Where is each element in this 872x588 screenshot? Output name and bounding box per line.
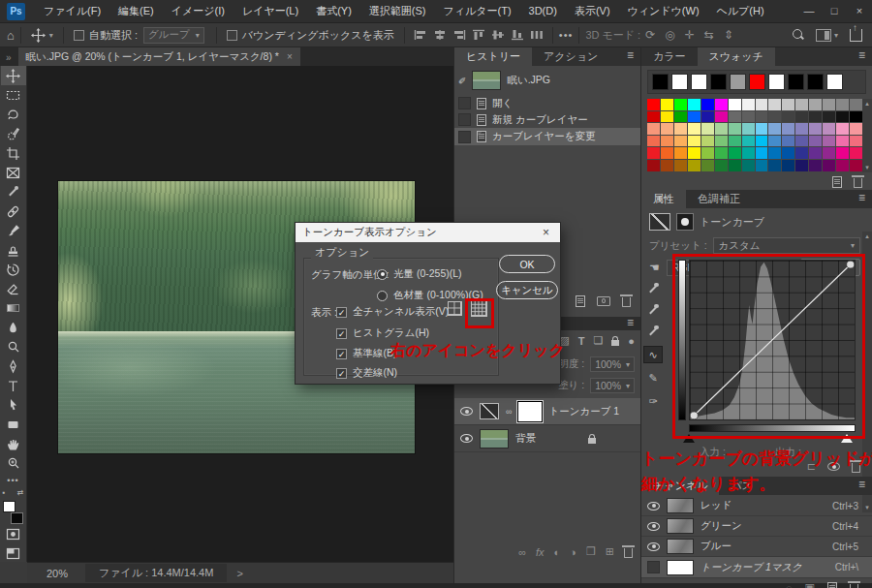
swatch[interactable] xyxy=(782,147,794,159)
3d-slide-icon[interactable]: ⇆ xyxy=(704,28,714,42)
swatch[interactable] xyxy=(756,111,768,123)
minimize-button[interactable]: — xyxy=(796,0,822,22)
align-middle-icon[interactable] xyxy=(491,29,505,41)
swatch[interactable] xyxy=(701,160,714,171)
pen-tool[interactable] xyxy=(1,356,26,376)
menu-edit[interactable]: 編集(E) xyxy=(109,0,163,22)
swatch[interactable] xyxy=(688,99,701,110)
checkbox-intersection[interactable]: ✓ xyxy=(336,368,347,379)
swatch[interactable] xyxy=(823,99,835,110)
mask-link-icon[interactable]: ∞ xyxy=(506,407,512,417)
swatch[interactable] xyxy=(742,123,755,135)
check-all-channels-row[interactable]: ✓全チャンネル表示(V) xyxy=(336,305,449,319)
history-source-well[interactable] xyxy=(458,113,471,126)
tab-color[interactable]: カラー xyxy=(641,47,698,66)
swatch[interactable] xyxy=(688,111,701,123)
swatch[interactable] xyxy=(729,147,741,159)
swatch[interactable] xyxy=(756,160,768,171)
swatch[interactable] xyxy=(836,99,849,110)
swatch[interactable] xyxy=(823,123,835,135)
swatch-scrollbar[interactable]: ▴▾ xyxy=(862,99,872,172)
swatch[interactable] xyxy=(782,160,794,171)
share-icon[interactable] xyxy=(850,29,862,42)
pencil-curve-icon[interactable]: ✎ xyxy=(643,369,663,387)
swatch[interactable] xyxy=(701,147,714,159)
menu-file[interactable]: ファイル(F) xyxy=(35,0,109,22)
swatch[interactable] xyxy=(768,147,781,159)
menu-help[interactable]: ヘルプ(H) xyxy=(708,0,773,22)
layer-thumbnail[interactable] xyxy=(480,429,509,449)
targeted-adjustment-icon[interactable]: ☚ xyxy=(649,261,660,274)
swatch[interactable] xyxy=(749,74,765,90)
swatch[interactable] xyxy=(647,160,660,171)
swatch[interactable] xyxy=(730,74,746,90)
history-item-new-curve-layer[interactable]: 新規 カーブレイヤー xyxy=(454,111,640,128)
delete-layer-icon[interactable] xyxy=(624,548,633,558)
channel-row-blue[interactable]: ブルー Ctrl+5 xyxy=(641,537,872,557)
swatch[interactable] xyxy=(729,111,741,123)
swatch[interactable] xyxy=(742,147,755,159)
eyedropper-tool[interactable] xyxy=(1,182,26,201)
channel-row-green[interactable]: グリーン Ctrl+4 xyxy=(641,516,872,537)
preset-dropdown[interactable]: カスタム▾ xyxy=(713,237,860,254)
swatch[interactable] xyxy=(782,111,794,123)
swatch[interactable] xyxy=(756,136,768,147)
swatch[interactable] xyxy=(674,99,687,110)
menu-type[interactable]: 書式(Y) xyxy=(307,0,360,22)
add-mask-icon[interactable]: ◐ xyxy=(554,546,561,558)
new-swatch-icon[interactable] xyxy=(832,176,842,188)
eraser-tool[interactable] xyxy=(1,279,26,298)
swatch[interactable] xyxy=(795,99,808,110)
visibility-eye-icon[interactable] xyxy=(647,522,660,531)
swatch[interactable] xyxy=(729,160,741,171)
panel-menu-icon[interactable]: ≡ xyxy=(852,47,872,66)
swatch[interactable] xyxy=(688,136,701,147)
history-brush-source-icon[interactable]: ✐ xyxy=(458,76,466,86)
swatch[interactable] xyxy=(795,160,808,171)
delete-channel-icon[interactable] xyxy=(850,584,858,588)
swatch[interactable] xyxy=(701,123,714,135)
swatch[interactable] xyxy=(647,99,660,110)
align-bottom-icon[interactable] xyxy=(511,29,524,41)
swatch[interactable] xyxy=(809,99,822,110)
swatch[interactable] xyxy=(768,74,785,90)
auto-select-checkbox[interactable] xyxy=(74,30,84,41)
hand-tool[interactable] xyxy=(1,434,26,453)
swatch[interactable] xyxy=(729,136,741,147)
quick-mask-button[interactable] xyxy=(1,524,26,543)
check-intersection-row[interactable]: ✓交差線(N) xyxy=(336,366,397,380)
shape-tool[interactable] xyxy=(1,415,26,434)
swatch[interactable] xyxy=(795,147,808,159)
tab-history[interactable]: ヒストリー xyxy=(454,47,532,66)
swatch[interactable] xyxy=(768,136,781,147)
visibility-eye-icon[interactable] xyxy=(460,407,473,416)
new-document-from-state-icon[interactable] xyxy=(576,295,585,307)
layer-mask-thumbnail[interactable] xyxy=(518,402,542,421)
swatch[interactable] xyxy=(756,147,768,159)
layer-row-curve[interactable]: ∞ トーンカーブ 1 xyxy=(454,398,640,425)
swatch[interactable] xyxy=(715,147,728,159)
swatch[interactable] xyxy=(742,136,755,147)
filter-lock-icon[interactable] xyxy=(611,340,619,346)
photoshop-logo[interactable]: Ps xyxy=(7,3,25,20)
swatch[interactable] xyxy=(823,147,835,159)
filter-type-icon[interactable]: T xyxy=(578,335,585,347)
maximize-button[interactable]: □ xyxy=(822,0,847,22)
clone-stamp-tool[interactable] xyxy=(1,240,26,260)
swap-colors-icon[interactable]: ⇄ xyxy=(17,488,24,497)
swatch[interactable] xyxy=(652,74,669,90)
tab-overflow-icon[interactable]: » xyxy=(0,52,18,66)
swatch[interactable] xyxy=(850,123,862,135)
swatch[interactable] xyxy=(768,99,781,110)
swatch[interactable] xyxy=(688,160,701,171)
radio-light[interactable] xyxy=(377,269,388,280)
checkbox-histogram[interactable]: ✓ xyxy=(336,328,347,339)
swatch[interactable] xyxy=(826,74,843,90)
swatch[interactable] xyxy=(823,136,835,147)
swatch[interactable] xyxy=(674,111,687,123)
radio-light-row[interactable]: 光量 (0-255)(L) xyxy=(377,267,462,281)
3d-roll-icon[interactable]: ◎ xyxy=(665,28,674,42)
document-tab[interactable]: 眠い.JPG @ 20% (トーンカーブ 1, レイヤーマスク/8) * × xyxy=(18,47,300,66)
adjustment-layer-icon[interactable]: ◑ xyxy=(570,546,576,558)
quick-selection-tool[interactable] xyxy=(1,124,26,143)
